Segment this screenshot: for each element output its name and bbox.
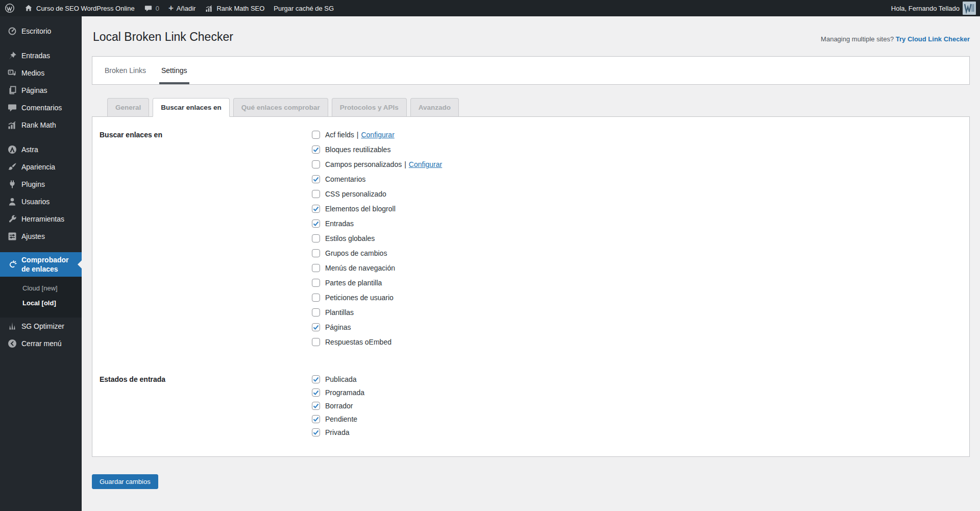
checkbox[interactable]	[312, 175, 320, 183]
checkbox-row-menus-navegacion[interactable]: Menús de navegación	[312, 263, 969, 273]
astra-icon	[7, 144, 17, 155]
checkbox-row-paginas[interactable]: Páginas	[312, 323, 969, 332]
checkbox[interactable]	[312, 190, 320, 198]
configure-link[interactable]: Configurar	[361, 131, 394, 139]
checkbox[interactable]	[312, 205, 320, 213]
collapse-icon	[7, 338, 17, 349]
main-content: Local Broken Link Checker Managing multi…	[82, 16, 980, 511]
rank-math-icon	[205, 4, 213, 13]
subtab-protocolos-apis[interactable]: Protocolos y APIs	[332, 98, 407, 117]
checkbox[interactable]	[312, 428, 320, 436]
submenu-item-local[interactable]: Local [old]	[0, 296, 82, 310]
checkbox[interactable]	[312, 145, 320, 154]
subtab-buscar-enlaces-en[interactable]: Buscar enlaces en	[153, 98, 230, 117]
checkbox-row-programada[interactable]: Programada	[312, 388, 969, 397]
settings-panel: Buscar enlaces en Acf fields | Configura…	[92, 116, 970, 457]
checkbox[interactable]	[312, 160, 320, 168]
checkbox-row-css-personalizado[interactable]: CSS personalizado	[312, 189, 969, 199]
checkbox[interactable]	[312, 234, 320, 242]
checkbox-row-campos-personalizados[interactable]: Campos personalizados | Configurar	[312, 160, 969, 169]
new-content-menu[interactable]: + Añadir	[164, 0, 201, 16]
try-cloud-link[interactable]: Try Cloud Link Checker	[896, 35, 970, 43]
brush-icon	[7, 162, 17, 172]
checkbox-row-elementos-blogroll[interactable]: Elementos del blogroll	[312, 204, 969, 213]
checkbox[interactable]	[312, 338, 320, 346]
checkbox[interactable]	[312, 294, 320, 302]
media-icon	[7, 68, 17, 78]
checkbox-row-acf-fields[interactable]: Acf fields | Configurar	[312, 130, 969, 139]
home-icon	[24, 4, 33, 13]
settings-subtabs: General Buscar enlaces en Qué enlaces co…	[92, 98, 970, 117]
sidebar-item-sg-optimizer[interactable]: SG Optimizer	[0, 318, 82, 335]
sidebar-item-ajustes[interactable]: Ajustes	[0, 228, 82, 245]
checkbox-row-bloques-reutilizables[interactable]: Bloques reutilizables	[312, 145, 969, 154]
dashboard-icon	[7, 26, 17, 36]
sidebar-item-comprobador-de-enlaces[interactable]: Comprobador de enlaces	[0, 252, 82, 277]
checkbox-row-plantillas[interactable]: Plantillas	[312, 308, 969, 317]
sidebar-submenu: Cloud [new] Local [old]	[0, 277, 82, 318]
plugin-tabs: Broken Links Settings	[92, 56, 970, 85]
checkbox[interactable]	[312, 279, 320, 287]
wp-logo-menu[interactable]	[0, 0, 19, 16]
checkbox[interactable]	[312, 402, 320, 410]
comments-menu[interactable]: 0	[139, 0, 164, 16]
submenu-item-cloud[interactable]: Cloud [new]	[0, 281, 82, 296]
user-icon	[7, 197, 17, 207]
checkbox[interactable]	[312, 220, 320, 228]
subtab-avanzado[interactable]: Avanzado	[410, 98, 459, 117]
form-row-estados-entrada: Estados de entrada Publicada Programada …	[92, 375, 969, 441]
checkbox-row-privada[interactable]: Privada	[312, 428, 969, 437]
sidebar-item-rank-math[interactable]: Rank Math	[0, 116, 82, 134]
sidebar-item-entradas[interactable]: Entradas	[0, 47, 82, 64]
tab-broken-links[interactable]: Broken Links	[104, 57, 147, 84]
checkbox-row-publicada[interactable]: Publicada	[312, 375, 969, 384]
site-menu[interactable]: Curso de SEO WordPress Online	[19, 0, 139, 16]
checkbox[interactable]	[312, 388, 320, 397]
checkbox[interactable]	[312, 249, 320, 257]
sidebar-item-herramientas[interactable]: Herramientas	[0, 210, 82, 228]
checkbox[interactable]	[312, 264, 320, 272]
broken-link-icon	[7, 259, 17, 270]
sidebar-item-apariencia[interactable]: Apariencia	[0, 158, 82, 176]
save-changes-button[interactable]: Guardar cambios	[92, 474, 158, 489]
purge-cache-menu[interactable]: Purgar caché de SG	[269, 0, 338, 16]
wordpress-logo-icon	[5, 3, 15, 13]
pin-icon	[7, 51, 17, 61]
checkbox-row-estilos-globales[interactable]: Estilos globales	[312, 234, 969, 243]
user-avatar[interactable]	[963, 2, 976, 15]
sidebar-item-escritorio[interactable]: Escritorio	[0, 22, 82, 40]
checkbox[interactable]	[312, 308, 320, 317]
sidebar-item-paginas[interactable]: Páginas	[0, 82, 82, 99]
sidebar-item-usuarios[interactable]: Usuarios	[0, 193, 82, 210]
sidebar-item-plugins[interactable]: Plugins	[0, 176, 82, 193]
checkbox[interactable]	[312, 323, 320, 331]
subtab-general[interactable]: General	[107, 98, 149, 117]
checkbox[interactable]	[312, 375, 320, 383]
checkbox-row-comentarios[interactable]: Comentarios	[312, 175, 969, 184]
wrench-icon	[7, 214, 17, 224]
checkbox-row-grupos-de-cambios[interactable]: Grupos de cambios	[312, 249, 969, 258]
tab-settings[interactable]: Settings	[160, 57, 188, 84]
checkbox-row-partes-plantilla[interactable]: Partes de plantilla	[312, 278, 969, 287]
subtab-que-enlaces-comprobar[interactable]: Qué enlaces comprobar	[233, 98, 328, 117]
checkbox-row-peticiones-usuario[interactable]: Peticiones de usuario	[312, 293, 969, 302]
plugin-icon	[7, 179, 17, 189]
configure-link[interactable]: Configurar	[409, 160, 442, 168]
comments-count: 0	[156, 5, 159, 12]
sidebar-item-comentarios[interactable]: Comentarios	[0, 99, 82, 116]
my-account-menu[interactable]: Hola, Fernando Tellado	[887, 0, 963, 16]
sg-optimizer-icon	[7, 321, 17, 331]
checkbox[interactable]	[312, 131, 320, 139]
checkbox[interactable]	[312, 415, 320, 423]
sidebar-item-cerrar-menu[interactable]: Cerrar menú	[0, 335, 82, 352]
sliders-icon	[7, 231, 17, 241]
checkbox-row-borrador[interactable]: Borrador	[312, 401, 969, 410]
checkbox-row-entradas[interactable]: Entradas	[312, 219, 969, 228]
sidebar-item-astra[interactable]: Astra	[0, 141, 82, 158]
pages-icon	[7, 85, 17, 95]
checkbox-row-pendiente[interactable]: Pendiente	[312, 415, 969, 424]
rank-math-menu[interactable]: Rank Math SEO	[200, 0, 269, 16]
section-label: Estados de entrada	[92, 375, 312, 441]
sidebar-item-medios[interactable]: Medios	[0, 64, 82, 82]
checkbox-row-respuestas-oembed[interactable]: Respuestas oEmbed	[312, 337, 969, 347]
